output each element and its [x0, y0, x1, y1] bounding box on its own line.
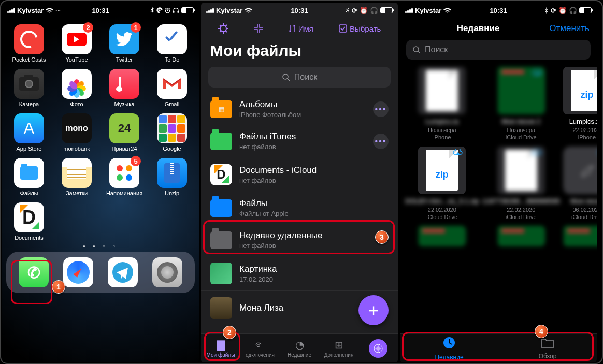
folder-row-icloud[interactable]: DDocuments - iCloudнет файлов [201, 157, 398, 192]
folder-icon: ▇ [217, 339, 225, 351]
grid-icon: ⊞ [335, 339, 343, 351]
app-label: Фото [56, 101, 97, 107]
step-pointer-4: 4 [535, 325, 548, 338]
status-bar: 10:31 Kyivstar ᚼ ⟳ ⏰ 🎧 [400, 3, 597, 18]
app-privat24[interactable]: 24Приват24 [104, 113, 145, 152]
add-button[interactable]: ＋ [358, 295, 389, 325]
step-pointer-2: 2 [223, 326, 236, 339]
step-pointer-1: 1 [52, 280, 65, 294]
folder-icon [540, 337, 555, 352]
search-field[interactable]: Поиск [406, 40, 591, 60]
folder-row-trash[interactable]: Недавно удаленныенет файлов [201, 224, 398, 256]
tab-browser[interactable] [358, 334, 398, 362]
app-google-folder[interactable]: Google [151, 113, 193, 152]
svg-rect-9 [260, 30, 263, 33]
file-item[interactable]: Моя песня06.02.2020iCloud Drive [563, 147, 597, 221]
tab-recents[interactable]: Недавние [400, 334, 498, 362]
svg-rect-10 [339, 25, 347, 32]
tutorial-composite: 10:31 Kyivstar ⋯ Pocket Casts 2YouTube 1… [0, 0, 603, 364]
app-camera[interactable]: Камера [8, 69, 50, 107]
file-item[interactable]: zipDOLBY-Atm…es_5.1.zip22.02.2020iCloud … [405, 147, 479, 221]
app-reminders[interactable]: 5Напоминания [104, 158, 145, 196]
app-label: App Store [8, 145, 50, 152]
app-music[interactable]: Музыка [104, 69, 145, 107]
clock-icon: ◔ [295, 339, 304, 351]
app-label: Documents [8, 235, 50, 241]
folder-row-albums[interactable]: ▦АльбомыiPhone Фотоальбом••• [201, 93, 398, 125]
app-notes[interactable]: Заметки [56, 158, 97, 196]
app-twitter[interactable]: 1Twitter [104, 24, 145, 63]
app-todo[interactable]: To Do [151, 24, 193, 63]
folder-row-files[interactable]: ФайлыФайлы от Apple [201, 192, 398, 224]
app-label: Google [151, 145, 193, 152]
status-bar: 10:31 Kyivstar ⋯ [2, 3, 199, 18]
cloud-download-icon [452, 149, 464, 157]
step-pointer-3: 3 [375, 230, 389, 244]
garageband-icon [576, 159, 597, 182]
battery-icon [579, 7, 592, 13]
dock-safari[interactable] [63, 257, 93, 287]
app-label: Напоминания [104, 190, 145, 196]
tab-addons[interactable]: ⊞Дополнения [319, 334, 358, 362]
screenshot-home: 10:31 Kyivstar ⋯ Pocket Casts 2YouTube 1… [2, 3, 199, 362]
picker-title: Недавние [457, 23, 500, 34]
app-gmail[interactable]: Gmail [151, 69, 193, 107]
app-label: Камера [8, 101, 50, 107]
home-app-grid: Pocket Casts 2YouTube 1Twitter To Do Кам… [2, 18, 199, 243]
select-button[interactable]: Выбрать [339, 24, 381, 33]
app-documents[interactable]: DDocuments [8, 202, 50, 241]
documents-toolbar: Имя Выбрать [201, 18, 398, 39]
tab-myfiles[interactable]: ▇Мои файлы [201, 334, 240, 362]
view-toggle-button[interactable] [254, 24, 263, 33]
tab-browse[interactable]: Обзор [498, 334, 597, 362]
app-photos[interactable]: Фото [56, 69, 97, 107]
app-label: Unzip [151, 190, 193, 196]
file-item[interactable]: zipLumpics.zip22.02.2020iPhone [563, 67, 597, 141]
folder-list: ▦АльбомыiPhone Фотоальбом••• Файлы iTune… [201, 93, 398, 319]
picker-tabbar: Недавние Обзор [400, 333, 597, 362]
dock-phone[interactable]: ✆ [19, 257, 49, 287]
app-monobank[interactable]: monomonobank [56, 113, 97, 152]
file-item[interactable]: Моя песня 2ПозавчераiCloud Drive [482, 67, 560, 141]
tab-recents[interactable]: ◔Недавние [280, 334, 319, 362]
badge: 2 [83, 22, 93, 33]
app-files[interactable]: Файлы [8, 158, 50, 196]
tab-connections[interactable]: ᯤодключения [240, 334, 280, 362]
app-label: YouTube [56, 56, 97, 63]
sort-button[interactable]: Имя [289, 24, 313, 33]
wifi-icon: ᯤ [255, 339, 265, 351]
svg-rect-6 [254, 24, 257, 27]
app-pocketcasts[interactable]: Pocket Casts [8, 24, 50, 63]
cancel-button[interactable]: Отменить [549, 23, 590, 34]
dock-settings[interactable] [152, 257, 182, 287]
more-button[interactable]: ••• [373, 101, 389, 117]
status-bar: 10:31 Kyivstar ⟳ ⏰ 🎧 [201, 3, 398, 18]
file-item[interactable] [563, 226, 597, 250]
file-item[interactable]: 1187738288…98898859522.02.2020iCloud Dri… [482, 147, 560, 221]
settings-button[interactable] [218, 23, 228, 34]
search-field[interactable]: Поиск [208, 67, 391, 88]
app-unzip[interactable]: Unzip [151, 158, 193, 196]
file-item[interactable] [482, 226, 560, 250]
file-item[interactable] [405, 226, 479, 250]
app-youtube[interactable]: 2YouTube [56, 24, 97, 63]
search-placeholder: Поиск [294, 72, 317, 82]
page-dots[interactable]: ● ● ○ ○ [2, 243, 199, 252]
folder-row-itunes[interactable]: Файлы iTunesнет файлов••• [201, 125, 398, 157]
compass-icon [369, 339, 387, 358]
file-row-image[interactable]: Картинка17.02.2020 [201, 256, 398, 290]
file-item[interactable]: Lumpics.raПозавчераiPhone [405, 67, 479, 141]
app-label: Приват24 [104, 145, 145, 152]
search-placeholder: Поиск [425, 45, 448, 54]
svg-rect-7 [260, 24, 263, 27]
app-appstore[interactable]: AApp Store [8, 113, 50, 152]
screenshot-documents-app: 10:31 Kyivstar ⟳ ⏰ 🎧 Имя Выбрать Мои фай… [201, 3, 398, 362]
dock: ✆ [6, 252, 195, 293]
app-label: To Do [151, 56, 193, 63]
dock-telegram[interactable] [108, 257, 138, 287]
app-label: Gmail [151, 101, 193, 107]
svg-rect-8 [254, 30, 257, 33]
app-label: Заметки [56, 190, 97, 196]
more-button[interactable]: ••• [373, 134, 389, 149]
files-grid: Lumpics.raПозавчераiPhone Моя песня 2Поз… [400, 67, 597, 250]
